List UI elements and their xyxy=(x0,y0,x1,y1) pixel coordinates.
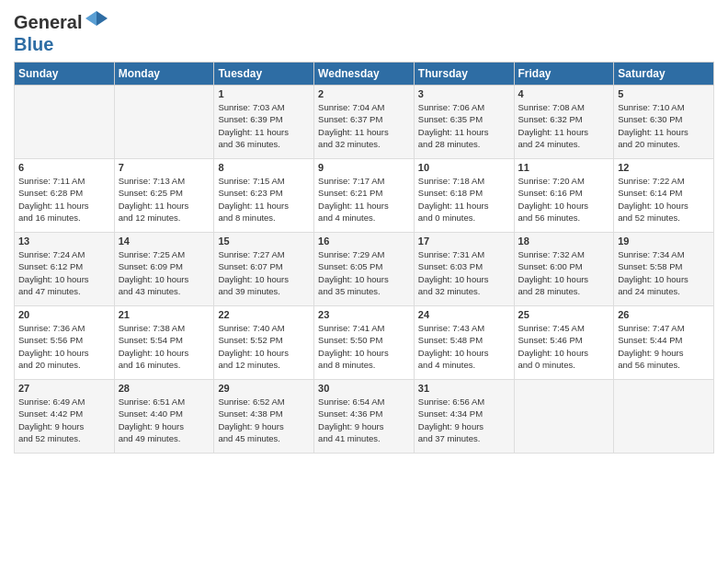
calendar-week-row: 13Sunrise: 7:24 AM Sunset: 6:12 PM Dayli… xyxy=(15,233,714,306)
day-info: Sunrise: 7:40 AM Sunset: 5:52 PM Dayligh… xyxy=(218,322,310,371)
calendar-cell: 25Sunrise: 7:45 AM Sunset: 5:46 PM Dayli… xyxy=(514,306,614,380)
weekday-header: Monday xyxy=(114,63,214,86)
day-number: 21 xyxy=(119,309,210,320)
logo-blue: Blue xyxy=(14,35,109,54)
calendar-cell: 28Sunrise: 6:51 AM Sunset: 4:40 PM Dayli… xyxy=(114,380,214,454)
day-number: 3 xyxy=(418,88,510,99)
day-number: 31 xyxy=(418,383,510,394)
calendar-cell: 12Sunrise: 7:22 AM Sunset: 6:14 PM Dayli… xyxy=(614,159,714,233)
day-number: 25 xyxy=(518,309,610,320)
day-info: Sunrise: 7:31 AM Sunset: 6:03 PM Dayligh… xyxy=(418,248,510,297)
calendar-cell: 18Sunrise: 7:32 AM Sunset: 6:00 PM Dayli… xyxy=(514,233,614,306)
calendar-cell: 22Sunrise: 7:40 AM Sunset: 5:52 PM Dayli… xyxy=(214,306,314,380)
day-number: 20 xyxy=(18,309,110,320)
day-number: 11 xyxy=(518,162,610,173)
day-number: 4 xyxy=(518,88,610,99)
svg-marker-0 xyxy=(97,11,108,26)
day-info: Sunrise: 7:15 AM Sunset: 6:23 PM Dayligh… xyxy=(218,175,310,224)
calendar-cell: 20Sunrise: 7:36 AM Sunset: 5:56 PM Dayli… xyxy=(15,306,115,380)
calendar-cell: 13Sunrise: 7:24 AM Sunset: 6:12 PM Dayli… xyxy=(15,233,115,306)
day-number: 8 xyxy=(218,162,310,173)
calendar-cell: 9Sunrise: 7:17 AM Sunset: 6:21 PM Daylig… xyxy=(314,159,415,233)
calendar-week-row: 27Sunrise: 6:49 AM Sunset: 4:42 PM Dayli… xyxy=(15,380,714,454)
day-info: Sunrise: 7:20 AM Sunset: 6:16 PM Dayligh… xyxy=(518,175,610,224)
calendar-cell: 6Sunrise: 7:11 AM Sunset: 6:28 PM Daylig… xyxy=(15,159,115,233)
day-number: 30 xyxy=(318,383,410,394)
calendar-cell xyxy=(614,380,714,454)
calendar-table: SundayMondayTuesdayWednesdayThursdayFrid… xyxy=(14,62,714,454)
day-number: 9 xyxy=(318,162,410,173)
day-number: 23 xyxy=(318,309,410,320)
calendar-cell: 31Sunrise: 6:56 AM Sunset: 4:34 PM Dayli… xyxy=(414,380,514,454)
weekday-header: Wednesday xyxy=(314,63,415,86)
day-info: Sunrise: 7:11 AM Sunset: 6:28 PM Dayligh… xyxy=(18,175,110,224)
day-number: 29 xyxy=(218,383,310,394)
calendar-cell: 15Sunrise: 7:27 AM Sunset: 6:07 PM Dayli… xyxy=(214,233,314,306)
day-number: 22 xyxy=(218,309,310,320)
calendar-cell: 2Sunrise: 7:04 AM Sunset: 6:37 PM Daylig… xyxy=(314,86,415,159)
header: General Blue xyxy=(14,9,714,54)
day-number: 1 xyxy=(218,88,310,99)
calendar-cell: 17Sunrise: 7:31 AM Sunset: 6:03 PM Dayli… xyxy=(414,233,514,306)
weekday-header: Friday xyxy=(514,63,614,86)
day-info: Sunrise: 7:38 AM Sunset: 5:54 PM Dayligh… xyxy=(119,322,210,371)
day-info: Sunrise: 7:27 AM Sunset: 6:07 PM Dayligh… xyxy=(218,248,310,297)
day-number: 14 xyxy=(119,236,210,247)
calendar-header: SundayMondayTuesdayWednesdayThursdayFrid… xyxy=(15,63,714,86)
day-number: 19 xyxy=(618,236,710,247)
calendar-cell: 16Sunrise: 7:29 AM Sunset: 6:05 PM Dayli… xyxy=(314,233,415,306)
calendar-cell xyxy=(514,380,614,454)
calendar-cell: 14Sunrise: 7:25 AM Sunset: 6:09 PM Dayli… xyxy=(114,233,214,306)
weekday-header: Sunday xyxy=(15,63,115,86)
calendar-cell xyxy=(15,86,115,159)
day-number: 16 xyxy=(318,236,410,247)
svg-marker-1 xyxy=(85,11,97,26)
calendar-body: 1Sunrise: 7:03 AM Sunset: 6:39 PM Daylig… xyxy=(15,86,714,454)
day-info: Sunrise: 7:18 AM Sunset: 6:18 PM Dayligh… xyxy=(418,175,510,224)
calendar-cell: 8Sunrise: 7:15 AM Sunset: 6:23 PM Daylig… xyxy=(214,159,314,233)
day-number: 5 xyxy=(618,88,710,99)
day-info: Sunrise: 6:52 AM Sunset: 4:38 PM Dayligh… xyxy=(218,396,310,444)
day-number: 7 xyxy=(119,162,210,173)
calendar-cell: 4Sunrise: 7:08 AM Sunset: 6:32 PM Daylig… xyxy=(514,86,614,159)
day-info: Sunrise: 6:56 AM Sunset: 4:34 PM Dayligh… xyxy=(418,396,510,444)
calendar-cell: 27Sunrise: 6:49 AM Sunset: 4:42 PM Dayli… xyxy=(15,380,115,454)
day-info: Sunrise: 6:49 AM Sunset: 4:42 PM Dayligh… xyxy=(18,396,110,444)
calendar-cell: 5Sunrise: 7:10 AM Sunset: 6:30 PM Daylig… xyxy=(614,86,714,159)
calendar-cell: 26Sunrise: 7:47 AM Sunset: 5:44 PM Dayli… xyxy=(614,306,714,380)
day-number: 28 xyxy=(119,383,210,394)
day-info: Sunrise: 7:34 AM Sunset: 5:58 PM Dayligh… xyxy=(618,248,710,297)
day-number: 27 xyxy=(18,383,110,394)
day-info: Sunrise: 7:29 AM Sunset: 6:05 PM Dayligh… xyxy=(318,248,410,297)
calendar-cell: 24Sunrise: 7:43 AM Sunset: 5:48 PM Dayli… xyxy=(414,306,514,380)
day-info: Sunrise: 7:47 AM Sunset: 5:44 PM Dayligh… xyxy=(618,322,710,371)
calendar-cell xyxy=(114,86,214,159)
day-info: Sunrise: 7:43 AM Sunset: 5:48 PM Dayligh… xyxy=(418,322,510,371)
day-info: Sunrise: 7:06 AM Sunset: 6:35 PM Dayligh… xyxy=(418,101,510,150)
day-number: 18 xyxy=(518,236,610,247)
calendar-cell: 23Sunrise: 7:41 AM Sunset: 5:50 PM Dayli… xyxy=(314,306,415,380)
weekday-header: Thursday xyxy=(414,63,514,86)
calendar-cell: 3Sunrise: 7:06 AM Sunset: 6:35 PM Daylig… xyxy=(414,86,514,159)
calendar-cell: 21Sunrise: 7:38 AM Sunset: 5:54 PM Dayli… xyxy=(114,306,214,380)
weekday-header: Tuesday xyxy=(214,63,314,86)
day-info: Sunrise: 7:22 AM Sunset: 6:14 PM Dayligh… xyxy=(618,175,710,224)
logo-flag-icon xyxy=(84,9,109,35)
day-info: Sunrise: 7:03 AM Sunset: 6:39 PM Dayligh… xyxy=(218,101,310,150)
day-number: 12 xyxy=(618,162,710,173)
day-info: Sunrise: 6:54 AM Sunset: 4:36 PM Dayligh… xyxy=(318,396,410,444)
day-info: Sunrise: 6:51 AM Sunset: 4:40 PM Dayligh… xyxy=(119,396,210,444)
calendar-cell: 19Sunrise: 7:34 AM Sunset: 5:58 PM Dayli… xyxy=(614,233,714,306)
day-info: Sunrise: 7:04 AM Sunset: 6:37 PM Dayligh… xyxy=(318,101,410,150)
day-info: Sunrise: 7:32 AM Sunset: 6:00 PM Dayligh… xyxy=(518,248,610,297)
day-info: Sunrise: 7:17 AM Sunset: 6:21 PM Dayligh… xyxy=(318,175,410,224)
logo-general: General xyxy=(14,12,82,32)
day-info: Sunrise: 7:24 AM Sunset: 6:12 PM Dayligh… xyxy=(18,248,110,297)
day-number: 17 xyxy=(418,236,510,247)
weekday-header: Saturday xyxy=(614,63,714,86)
day-info: Sunrise: 7:25 AM Sunset: 6:09 PM Dayligh… xyxy=(119,248,210,297)
day-info: Sunrise: 7:10 AM Sunset: 6:30 PM Dayligh… xyxy=(618,101,710,150)
day-info: Sunrise: 7:45 AM Sunset: 5:46 PM Dayligh… xyxy=(518,322,610,371)
day-info: Sunrise: 7:36 AM Sunset: 5:56 PM Dayligh… xyxy=(18,322,110,371)
calendar-cell: 11Sunrise: 7:20 AM Sunset: 6:16 PM Dayli… xyxy=(514,159,614,233)
